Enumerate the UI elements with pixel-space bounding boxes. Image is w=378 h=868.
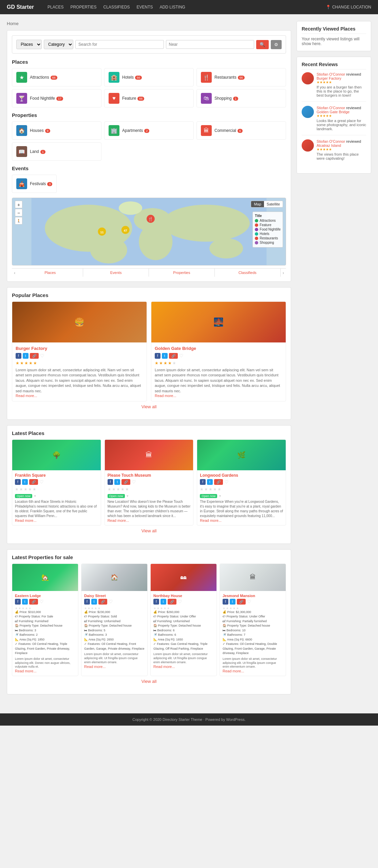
review-subject-link-1[interactable]: Burger Factory: [317, 76, 341, 80]
longwood-gardens-heart[interactable]: ♡: [224, 479, 229, 485]
cat-festivals[interactable]: 🎪 Festivals3: [12, 175, 57, 193]
longwood-gardens-twitter[interactable]: t: [207, 479, 213, 485]
franklin-square-twitter[interactable]: t: [22, 479, 28, 485]
properties-section-title: Properties: [12, 112, 286, 118]
review-author-link-2[interactable]: Stiofan O'Connor: [317, 106, 345, 110]
jesmond-mansion-facebook[interactable]: f: [223, 599, 228, 605]
golden-gate-twitter[interactable]: t: [162, 353, 168, 359]
burger-factory-facebook[interactable]: f: [16, 353, 21, 359]
northbay-house-facebook[interactable]: f: [153, 599, 159, 605]
eastern-lodge-heart[interactable]: ♡: [39, 599, 44, 605]
burger-factory-read-more[interactable]: Read more...: [16, 394, 143, 398]
nav-properties[interactable]: PROPERTIES: [70, 5, 96, 9]
northbay-house-twitter[interactable]: t: [160, 599, 166, 605]
satellite-view-button[interactable]: Satellite: [264, 201, 283, 207]
cat-apartments[interactable]: 🏢 Apartments2: [104, 121, 194, 140]
map-nav-properties[interactable]: Properties: [149, 269, 215, 277]
please-touch-museum-title[interactable]: Please Touch Museum: [108, 473, 191, 478]
burger-factory-twitter[interactable]: t: [23, 353, 29, 359]
latest-properties-view-all-link[interactable]: View all: [141, 679, 157, 684]
map-nav-classifieds[interactable]: Classifieds: [215, 269, 281, 277]
northbay-house-title[interactable]: Northbay House: [153, 594, 214, 598]
burger-factory-title[interactable]: Burger Factory: [16, 346, 143, 351]
burger-factory-heart[interactable]: ♡: [40, 353, 44, 359]
golden-gate-heart[interactable]: ♡: [179, 353, 184, 359]
cat-commercial[interactable]: 🏛 Commercial6: [196, 121, 286, 140]
review-subject-link-3[interactable]: Alcatraz Island: [317, 143, 341, 147]
person-icon[interactable]: 🚶: [15, 217, 22, 224]
please-touch-museum-facebook[interactable]: f: [108, 479, 113, 485]
longwood-gardens-facebook[interactable]: f: [200, 479, 206, 485]
jesmond-mansion-read-more[interactable]: Read more...: [223, 669, 283, 673]
northbay-house-read-more[interactable]: Read more...: [153, 665, 214, 669]
nav-location[interactable]: 📍 CHANGE LOCATION: [326, 5, 371, 9]
prev-arrow[interactable]: ‹: [12, 269, 17, 277]
longwood-gardens-title[interactable]: Longwood Gardens: [200, 473, 283, 478]
cat-attractions[interactable]: ★ Attractions66: [12, 68, 101, 86]
jesmond-mansion-title[interactable]: Jesmond Mansion: [223, 594, 283, 598]
burger-factory-link[interactable]: 🔗: [30, 353, 39, 359]
nav-add-listing[interactable]: ADD LISTING: [160, 5, 185, 9]
near-input[interactable]: [166, 40, 254, 49]
franklin-square-read-more[interactable]: Read more...: [15, 518, 98, 522]
eastern-lodge-read-more[interactable]: Read more...: [15, 669, 75, 673]
places-select[interactable]: Places: [16, 40, 42, 49]
daisy-street-facebook[interactable]: f: [84, 599, 90, 605]
map-nav-events[interactable]: Events: [83, 269, 149, 277]
cat-land[interactable]: 📖 Land1: [12, 142, 101, 161]
franklin-square-heart[interactable]: ♡: [39, 479, 44, 485]
nav-events[interactable]: EVENTS: [137, 5, 153, 9]
longwood-gardens-link[interactable]: 🔗: [214, 479, 223, 485]
eastern-lodge-link[interactable]: 🔗: [29, 599, 38, 605]
daisy-street-twitter[interactable]: t: [91, 599, 97, 605]
golden-gate-title[interactable]: Golden Gate Bridge: [155, 346, 282, 351]
franklin-square-title[interactable]: Franklin Square: [15, 473, 98, 478]
search-button[interactable]: 🔍: [256, 40, 269, 49]
northbay-house-link[interactable]: 🔗: [168, 599, 176, 605]
franklin-square-stars: ★★★★★: [15, 487, 98, 492]
franklin-square-facebook[interactable]: f: [15, 479, 21, 485]
cat-food-nightlife[interactable]: 🍸 Food Nightlife17: [12, 89, 101, 107]
please-touch-museum-heart[interactable]: ♡: [132, 479, 136, 485]
cat-feature[interactable]: ♥ Feature66: [104, 89, 194, 107]
daisy-street-read-more[interactable]: Read more...: [84, 665, 145, 669]
nav-classifieds[interactable]: CLASSIFIEDS: [103, 5, 130, 9]
review-author-link-1[interactable]: Stiofan O'Connor: [317, 72, 345, 76]
daisy-street-heart[interactable]: ♡: [109, 599, 113, 605]
review-author-link-3[interactable]: Stiofan O'Connor: [317, 139, 345, 143]
map-view-button[interactable]: Map: [251, 201, 264, 207]
review-subject-link-2[interactable]: Golden Gate Bridge: [317, 110, 349, 114]
please-touch-museum-link[interactable]: 🔗: [121, 479, 130, 485]
category-select[interactable]: Category: [44, 40, 73, 49]
popular-places-view-all-link[interactable]: View all: [141, 404, 157, 409]
cat-shopping[interactable]: 🛍 Shopping1: [196, 89, 286, 107]
daisy-street-title[interactable]: Daisy Street: [84, 594, 145, 598]
golden-gate-facebook[interactable]: f: [155, 353, 160, 359]
cat-houses[interactable]: 🏠 Houses9: [12, 121, 101, 140]
next-arrow[interactable]: ›: [281, 269, 286, 277]
jesmond-mansion-heart[interactable]: ♡: [247, 599, 251, 605]
cat-hotels[interactable]: 🏨 Hotels66: [104, 68, 194, 86]
eastern-lodge-title[interactable]: Eastern Lodge: [15, 594, 75, 598]
please-touch-museum-read-more[interactable]: Read more...: [108, 518, 191, 522]
franklin-square-link[interactable]: 🔗: [29, 479, 38, 485]
jesmond-mansion-twitter[interactable]: t: [230, 599, 235, 605]
daisy-street-link[interactable]: 🔗: [98, 599, 107, 605]
please-touch-museum-twitter[interactable]: t: [114, 479, 120, 485]
map-container[interactable]: 🍴 11 47 + − 🚶 Map Satellite: [12, 198, 286, 265]
zoom-out-button[interactable]: −: [15, 209, 22, 216]
map-nav-places[interactable]: Places: [17, 269, 83, 277]
jesmond-mansion-link[interactable]: 🔗: [237, 599, 246, 605]
zoom-in-button[interactable]: +: [15, 201, 22, 208]
cat-restaurants[interactable]: 🍴 Restaurants66: [196, 68, 286, 86]
northbay-house-heart[interactable]: ♡: [178, 599, 182, 605]
eastern-lodge-facebook[interactable]: f: [15, 599, 21, 605]
golden-gate-link[interactable]: 🔗: [169, 353, 178, 359]
filter-button[interactable]: ⚙: [271, 40, 282, 49]
longwood-gardens-read-more[interactable]: Read more...: [200, 518, 283, 522]
latest-places-view-all-link[interactable]: View all: [141, 528, 157, 533]
search-input[interactable]: [75, 40, 164, 49]
golden-gate-read-more[interactable]: Read more...: [155, 394, 282, 398]
nav-places[interactable]: PLACES: [48, 5, 63, 9]
eastern-lodge-twitter[interactable]: t: [22, 599, 28, 605]
